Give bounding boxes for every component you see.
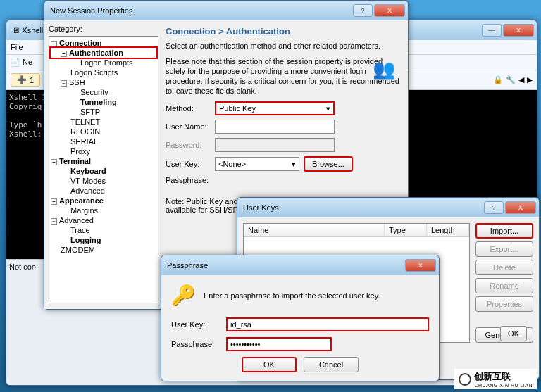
export-button: Export... <box>475 241 533 257</box>
close-button[interactable]: X <box>374 4 405 17</box>
help-button[interactable]: ? <box>484 201 504 214</box>
tree-appearance[interactable]: Appearance <box>59 196 104 205</box>
session-tab[interactable]: ➕ 1 <box>11 73 40 87</box>
chevron-down-icon: ▾ <box>326 104 330 113</box>
collapse-icon[interactable]: − <box>61 51 67 57</box>
watermark-brand: 创新互联 <box>474 370 533 383</box>
tree-keyboard[interactable]: Keyboard <box>51 166 156 176</box>
new-button[interactable]: 📄 Ne <box>11 58 32 67</box>
tree-authentication[interactable]: Authentication <box>69 49 123 57</box>
passphrase-label: Passphrase: <box>166 176 215 184</box>
tools-icon[interactable]: 🔧 <box>506 75 516 84</box>
session-title: New Session Properties <box>50 6 353 15</box>
tree-zmodem[interactable]: ZMODEM <box>51 245 156 255</box>
xshell-app-icon: 🖥 <box>12 26 20 34</box>
method-label: Method: <box>166 104 215 113</box>
auth-desc-1: Select an authentication method and othe… <box>166 41 404 51</box>
tree-logging[interactable]: Logging <box>51 235 156 245</box>
key-icon: 🔑 <box>171 284 195 308</box>
cancel-button[interactable]: Cancel <box>304 357 359 372</box>
tree-terminal[interactable]: Terminal <box>59 157 91 165</box>
lock-icon: 🔒 <box>493 75 503 84</box>
username-input[interactable] <box>215 120 335 134</box>
collapse-icon[interactable]: − <box>51 159 57 165</box>
collapse-icon[interactable]: − <box>51 41 57 47</box>
close-button[interactable]: X <box>405 259 436 272</box>
nav-next-icon[interactable]: ▶ <box>527 75 533 84</box>
tree-connection[interactable]: Connection <box>59 39 102 47</box>
tree-tunneling[interactable]: Tunneling <box>51 97 156 107</box>
col-type[interactable]: Type <box>385 224 427 236</box>
tree-serial[interactable]: SERIAL <box>51 137 156 146</box>
tree-ssh[interactable]: SSH <box>69 78 85 87</box>
tree-sftp[interactable]: SFTP <box>51 107 156 117</box>
minimize-button[interactable]: — <box>482 24 502 37</box>
passphrase-dialog: Passphrase X 🔑 Enter a passphrase to imp… <box>161 255 440 381</box>
tree-advanced2[interactable]: Advanced <box>59 216 94 225</box>
import-button[interactable]: Import... <box>475 223 533 239</box>
users-icon: 👥 <box>373 58 395 80</box>
tree-telnet[interactable]: TELNET <box>51 117 156 127</box>
watermark: 创新互联 CHUANG XIN HU LIAN <box>454 369 537 389</box>
help-button[interactable]: ? <box>353 4 373 17</box>
passphrase-prompt: Enter a passphrase to import the selecte… <box>204 291 380 300</box>
userkey-label: User Key: <box>166 160 215 168</box>
passphrase-titlebar[interactable]: Passphrase X <box>161 255 439 275</box>
tree-security[interactable]: Security <box>51 87 156 97</box>
password-input <box>215 138 335 152</box>
properties-button: Properties <box>475 296 533 312</box>
userkeys-title: User Keys <box>243 203 484 212</box>
browse-button[interactable]: Browse... <box>304 156 353 172</box>
watermark-logo-icon <box>459 373 471 386</box>
tree-logon-scripts[interactable]: Logon Scripts <box>51 68 156 77</box>
tree-advanced[interactable]: Advanced <box>51 186 156 196</box>
pp-passphrase-input[interactable] <box>226 337 332 351</box>
collapse-icon[interactable]: − <box>61 80 67 87</box>
auth-desc-2: Please note that this section of the ses… <box>166 56 404 96</box>
chevron-down-icon: ▾ <box>292 160 296 169</box>
tree-trace[interactable]: Trace <box>51 225 156 235</box>
category-label: Category: <box>49 25 158 33</box>
tree-rlogin[interactable]: RLOGIN <box>51 127 156 137</box>
method-select[interactable]: Public Key ▾ <box>215 101 335 115</box>
category-tree[interactable]: −Connection −Authentication Logon Prompt… <box>49 36 158 303</box>
collapse-icon[interactable]: − <box>51 198 57 205</box>
tree-vtmodes[interactable]: VT Modes <box>51 176 156 186</box>
tree-logon-prompts[interactable]: Logon Prompts <box>51 58 156 68</box>
close-button[interactable]: X <box>503 24 534 37</box>
tree-margins[interactable]: Margins <box>51 206 156 215</box>
watermark-domain: CHUANG XIN HU LIAN <box>474 383 533 388</box>
tree-proxy[interactable]: Proxy <box>51 146 156 156</box>
breadcrumb: Connection > Authentication <box>166 25 404 41</box>
pp-userkey-input[interactable] <box>226 317 429 331</box>
pp-passphrase-label: Passphrase: <box>171 340 226 348</box>
rename-button: Rename <box>475 278 533 293</box>
col-length[interactable]: Length <box>427 224 469 236</box>
ok-button[interactable]: OK <box>242 357 297 372</box>
close-button[interactable]: X <box>505 201 536 214</box>
nav-prev-icon[interactable]: ◀ <box>518 75 524 84</box>
passphrase-title: Passphrase <box>167 261 405 270</box>
userkeys-titlebar[interactable]: User Keys ? X <box>237 198 539 217</box>
password-label: Password: <box>166 141 215 149</box>
collapse-icon[interactable]: − <box>51 218 57 225</box>
userkeys-ok-button[interactable]: OK <box>500 326 527 341</box>
delete-button: Delete <box>475 260 533 275</box>
userkey-select[interactable]: <None> ▾ <box>215 157 299 171</box>
username-label: User Name: <box>166 122 215 131</box>
session-titlebar[interactable]: New Session Properties ? X <box>44 1 408 20</box>
col-name[interactable]: Name <box>244 224 385 236</box>
pp-userkey-label: User Key: <box>171 320 226 329</box>
file-menu[interactable]: File <box>11 43 23 51</box>
